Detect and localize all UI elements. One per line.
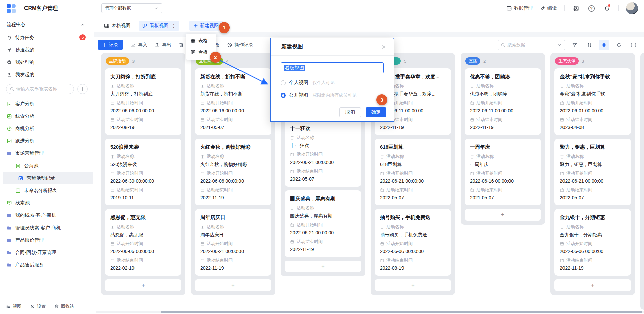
footer-views-button[interactable]: 视图 [6,303,21,309]
add-record-button[interactable]: 记录 [98,40,123,50]
sidebar-item-handled-by-me[interactable]: 我处理的 [0,56,93,68]
radio-personal-view[interactable]: 个人视图 仅个人可见 [281,80,384,86]
add-card-button[interactable]: + [285,261,361,272]
kanban-card[interactable]: 优惠不够，团购凑 活动名称 优惠不够，团购凑 活动开始时间 2022-06-11… [465,68,541,135]
add-card-button[interactable]: + [375,279,451,291]
tab-table-view[interactable]: 表格视图 [101,21,134,31]
radio-checked-icon[interactable] [281,93,286,98]
menu-item-table[interactable]: 表格 [186,35,216,47]
edit-button[interactable]: 编辑 [540,5,557,11]
radio-public-view[interactable]: 公开视图 权限组内所有成员可见 [281,92,384,98]
filter-button[interactable] [570,40,580,50]
export-button[interactable]: 导出 [155,42,171,48]
data-search-input[interactable]: 搜索数据 [498,40,565,50]
sidebar-item-followup-analysis[interactable]: 跟进分析 [0,135,93,147]
text-field-icon [470,154,474,159]
divider [184,23,184,28]
kanban-card[interactable]: 新货在线，折扣不断 活动名称 新货在线，折扣不断 活动开始时间 2022-06-… [195,68,271,135]
add-card-button[interactable]: + [195,279,271,291]
sidebar-item-cc-to-me[interactable]: 抄送我的 [0,44,93,56]
sidebar-item-my-leads[interactable]: 我的线索-客户-商机 [0,209,93,222]
calendar-icon [110,118,115,122]
field-end-value: 2022-02-10 [110,265,176,271]
sidebar-item-unnamed-report[interactable]: 未命名分析报表 [0,184,93,197]
radio-unchecked-icon[interactable] [281,80,286,85]
sidebar-item-lead-pool[interactable]: 线索池 [0,197,93,209]
confirm-button[interactable]: 确定 [366,107,386,117]
sidebar: CRM客户管理 流程中心 待办任务 6 抄送我的 我处理的 我发起的 请输 [0,0,93,314]
sort-button[interactable] [584,40,594,50]
sidebar-item-public-sea-pool[interactable]: 公海池 [0,160,93,172]
kanban-card[interactable]: 感恩促，惠无限 活动名称 感恩促，惠无限 活动开始时间 2022-06-06 0… [105,209,181,276]
calendar-icon [380,258,384,263]
sidebar-item-todo-tasks[interactable]: 待办任务 6 [0,31,93,44]
refresh-button[interactable] [614,40,624,50]
field-label: 活动结束时间 [297,169,323,174]
sidebar-item-marketing-activity-records[interactable]: 营销活动记录 [3,172,93,184]
text-field-icon [200,154,205,159]
import-button[interactable]: 导入 [130,42,147,48]
sidebar-item-label: 我处理的 [15,59,34,65]
kanban-card[interactable]: 618巨划算 活动名称 618巨划算 活动开始时间 2022-06-21 00:… [375,139,451,205]
sidebar-item-marketing-management[interactable]: 市场营销管理 [0,147,93,160]
add-form-button[interactable] [77,84,88,94]
sidebar-item-after-sales[interactable]: 产品售后服务 [0,259,93,271]
tab-label: 表格视图 [112,23,130,29]
cancel-button[interactable]: 取消 [339,107,361,117]
sidebar-item-started-by-me[interactable]: 我发起的 [0,68,93,81]
sidebar-divider [7,17,86,17]
sidebar-section-flow-center[interactable]: 流程中心 [0,18,93,31]
chevron-down-icon[interactable] [557,43,562,47]
fullscreen-button[interactable] [629,40,639,50]
kanban-card[interactable]: 聚力，钜惠，巨划算 活动名称 聚力，钜惠，巨划算 活动开始时间 2022-06-… [554,139,631,205]
field-visibility-button[interactable] [599,40,609,50]
kanban-card[interactable]: 一周年庆 活动名称 一周年庆 活动开始时间 2022-06-16 00:00:0… [465,139,541,205]
close-icon[interactable] [381,44,386,50]
add-card-button[interactable]: + [105,279,181,291]
help-button[interactable]: ? [587,4,595,12]
sidebar-item-label: 线索池 [15,200,30,206]
sidebar-item-product-quotation[interactable]: 产品报价管理 [0,234,93,246]
sidebar-item-admin-leads[interactable]: 管理员线索-客户-商机 [0,222,93,234]
calendar-icon [200,171,205,176]
add-card-button[interactable]: + [465,209,541,221]
data-scope-select[interactable]: 管理全部数据 [101,3,162,13]
export-icon [155,42,160,48]
kanban-card[interactable]: 十一狂欢 活动名称 十一狂欢 活动开始时间 2022-06-21 00:00:0… [285,120,361,187]
kanban-card[interactable]: 金秋“豪”礼拿到你手软 活动名称 金秋“豪”礼拿到你手软 活动开始时间 2022… [554,68,631,135]
kanban-card[interactable]: 周年店庆日 活动名称 周年店庆日 活动开始时间 2022-06-21 00:00… [195,209,271,276]
sidebar-item-opportunity-analysis[interactable]: 商机分析 [0,122,93,135]
user-avatar[interactable] [626,2,638,14]
chevron-up-icon[interactable] [80,22,85,27]
kanban-card[interactable]: 国庆盛典，厚惠有期 活动名称 国庆盛典，厚惠有期 活动开始时间 2022-06-… [285,190,361,257]
notifications-button[interactable] [603,4,611,12]
footer-recycle-bin-button[interactable]: 回收站 [54,303,74,309]
kanban-card[interactable]: 金九银十，分期钜惠 活动名称 金九银十，分期钜惠 活动开始时间 2022-06-… [554,209,631,276]
modal-header: 新建视图 [271,38,394,56]
kanban-card[interactable]: 520浪漫来袭 活动名称 520浪漫来袭 活动开始时间 2022-06-30 0… [105,139,181,205]
kanban-card[interactable]: 大刀阔斧，打折到底 活动名称 大刀阔斧，打折到底 活动开始时间 2022-06-… [105,68,181,135]
kanban-card[interactable]: 火红金秋，购物好精彩 活动名称 火红金秋，购物好精彩 活动开始时间 2022-0… [195,139,271,205]
field-end-time: 活动结束时间 2019-10-11 [110,187,176,201]
new-view-button[interactable]: 新建视图 [189,21,223,31]
form-search-input[interactable]: 请输入表单/报表名称 [6,84,74,94]
sidebar-item-lead-analysis[interactable]: 线索分析 [0,110,93,122]
contact-book-button[interactable] [572,4,580,12]
data-manage-button[interactable]: 数据管理 [506,5,533,11]
horizontal-scrollbar-thumb[interactable] [161,311,642,313]
column-cards: 金秋“豪”礼拿到你手软 活动名称 金秋“豪”礼拿到你手软 活动开始时间 2022… [554,68,631,276]
footer-settings-button[interactable]: 设置 [30,303,46,309]
field-start-value: 2022-06-21 00:00:00 [200,248,266,254]
operation-history-button[interactable]: 操作记录 [227,42,253,48]
view-name-input[interactable]: 看板视图 [281,62,384,73]
field-end-value: 2022-11-19 [380,124,446,130]
tab-kanban-view[interactable]: 看板视图 ⋮ [139,21,179,31]
add-card-button[interactable]: + [554,279,631,291]
column-header: 直播 2 [465,57,541,65]
sidebar-item-contract-management[interactable]: 合同-回款-开票管理 [0,246,93,259]
calendar-icon [290,223,294,227]
kanban-card[interactable]: 抽号购买，手机免费送 活动名称 抽号购买，手机免费送 活动开始时间 2022-0… [375,209,451,276]
tab-more-menu-icon[interactable]: ⋮ [171,23,176,28]
sidebar-item-customer-analysis[interactable]: 客户分析 [0,98,93,110]
field-end-value: 2022-05-07 [380,195,446,201]
